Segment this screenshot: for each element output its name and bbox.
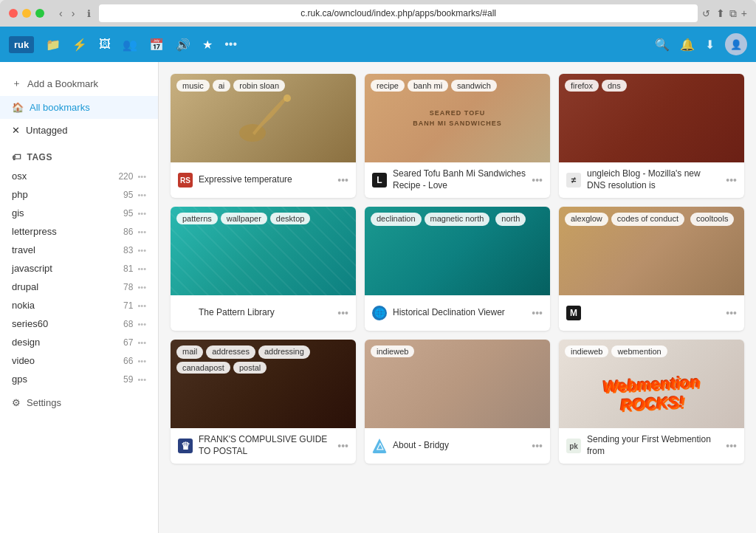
tag-patterns[interactable]: patterns: [176, 213, 218, 224]
tag-ai[interactable]: ai: [213, 80, 231, 92]
new-tab-button[interactable]: ⧉: [729, 7, 737, 20]
tag-music[interactable]: music: [176, 80, 210, 92]
tag-more-icon[interactable]: •••: [137, 320, 146, 329]
share-button[interactable]: ⬆: [716, 7, 725, 20]
tag-more-icon[interactable]: •••: [137, 209, 146, 218]
tag-mail[interactable]: mail: [176, 345, 203, 359]
maximize-button[interactable]: [35, 9, 44, 18]
tag-desktop[interactable]: desktop: [270, 213, 311, 224]
tag-indieweb-2[interactable]: indieweb: [565, 345, 608, 357]
tag-addressing[interactable]: addressing: [258, 345, 310, 359]
tag-addresses[interactable]: addresses: [206, 345, 255, 359]
tag-recipe[interactable]: recipe: [371, 80, 405, 92]
bookmark-card-9[interactable]: indieweb webmention WebmentionROCKS! pk …: [559, 340, 744, 464]
toolbar-audio-icon[interactable]: 🔊: [176, 38, 190, 52]
tag-more-icon[interactable]: •••: [137, 246, 146, 255]
toolbar-calendar-icon[interactable]: 📅: [149, 38, 164, 52]
tag-magnetic-north[interactable]: magnetic north: [425, 213, 490, 226]
tag-icon: 🏷: [12, 152, 21, 162]
back-button[interactable]: ‹: [56, 6, 66, 21]
bookmark-card-2[interactable]: recipe banh mi sandwich SEARED TOFU BANH…: [365, 74, 550, 198]
bookmark-card-3[interactable]: firefox dns ≠ ungleich Blog - Mozilla's …: [559, 74, 744, 198]
tag-firefox[interactable]: firefox: [565, 80, 599, 92]
add-bookmark-button[interactable]: ＋ Add a Bookmark: [0, 71, 158, 96]
card-more-2[interactable]: •••: [532, 174, 543, 186]
tag-row-javascript[interactable]: javascript 81 •••: [0, 259, 158, 278]
card-more-1[interactable]: •••: [337, 174, 348, 186]
sidebar-item-all-bookmarks[interactable]: 🏠 All bookmarks: [0, 96, 158, 119]
bookmark-card-1[interactable]: music ai robin sloan RS Expressive: [171, 74, 356, 198]
tag-more-icon[interactable]: •••: [137, 283, 146, 292]
tag-row-letterpress[interactable]: letterpress 86 •••: [0, 222, 158, 241]
bookmark-card-7[interactable]: mail addresses addressing canadapost pos…: [171, 340, 356, 464]
toolbar-bookmarks-icon[interactable]: ★: [202, 38, 213, 52]
tag-postal[interactable]: postal: [233, 362, 267, 374]
tag-more-icon[interactable]: •••: [137, 357, 146, 365]
tag-row-series60[interactable]: series60 68 •••: [0, 314, 158, 333]
card-more-9[interactable]: •••: [726, 440, 737, 452]
tag-webmention[interactable]: webmention: [611, 345, 667, 357]
tag-more-icon[interactable]: •••: [137, 301, 146, 310]
tag-north[interactable]: north: [495, 213, 526, 226]
bookmark-card-8[interactable]: indieweb △ About - Bridgy •••: [365, 340, 550, 464]
bookmark-card-4[interactable]: patterns wallpaper desktop The Pattern L…: [171, 207, 356, 331]
tag-cooltools[interactable]: cooltools: [690, 213, 734, 226]
tag-more-icon[interactable]: •••: [137, 264, 146, 273]
tag-row-video[interactable]: video 66 •••: [0, 351, 158, 370]
tag-more-icon[interactable]: •••: [137, 338, 146, 347]
minimize-button[interactable]: [22, 9, 31, 18]
tag-banh-mi[interactable]: banh mi: [408, 80, 448, 92]
tab-bar-area: ℹ ↺: [83, 4, 709, 22]
address-bar[interactable]: [99, 4, 697, 22]
notifications-icon[interactable]: 🔔: [680, 38, 695, 52]
bookmark-card-5[interactable]: declination magnetic north north 🌐 Histo…: [365, 207, 550, 331]
tag-more-icon[interactable]: •••: [137, 190, 146, 199]
bookmark-card-6[interactable]: alexglow codes of conduct cooltools M ••…: [559, 207, 744, 331]
tag-row-drupal[interactable]: drupal 78 •••: [0, 278, 158, 296]
tag-row-gis[interactable]: gis 95 •••: [0, 204, 158, 222]
card-more-4[interactable]: •••: [337, 307, 348, 319]
tag-sandwich[interactable]: sandwich: [451, 80, 497, 92]
tag-row-gps[interactable]: gps 59 •••: [0, 370, 158, 388]
tag-canadapost[interactable]: canadapost: [176, 362, 230, 374]
settings-item[interactable]: ⚙ Settings: [0, 391, 158, 414]
reload-button[interactable]: ↺: [702, 8, 710, 19]
card-more-7[interactable]: •••: [337, 440, 348, 452]
card-favicon-7: ♛: [178, 439, 193, 453]
tag-wallpaper[interactable]: wallpaper: [221, 213, 267, 224]
download-icon[interactable]: ⬇: [705, 38, 715, 52]
forward-button[interactable]: ›: [69, 6, 78, 21]
info-button[interactable]: ℹ: [83, 7, 94, 21]
card-more-8[interactable]: •••: [532, 440, 543, 452]
card-image-2: recipe banh mi sandwich SEARED TOFU BANH…: [365, 74, 550, 162]
tag-row-design[interactable]: design 67 •••: [0, 333, 158, 351]
tag-row-nokia[interactable]: nokia 71 •••: [0, 296, 158, 314]
tag-robin-sloan[interactable]: robin sloan: [233, 80, 285, 92]
toolbar-more-icon[interactable]: •••: [224, 38, 237, 51]
tag-indieweb[interactable]: indieweb: [371, 345, 414, 357]
tag-row-travel[interactable]: travel 83 •••: [0, 241, 158, 259]
search-icon[interactable]: 🔍: [655, 38, 670, 52]
user-avatar[interactable]: 👤: [725, 33, 747, 55]
tag-codes-of-conduct[interactable]: codes of conduct: [611, 213, 684, 226]
tag-row-osx[interactable]: osx 220 •••: [0, 167, 158, 185]
card-more-5[interactable]: •••: [532, 307, 543, 319]
content-area: music ai robin sloan RS Expressive: [159, 62, 756, 533]
toolbar-photos-icon[interactable]: 🖼: [99, 38, 111, 51]
tag-more-icon[interactable]: •••: [137, 375, 146, 384]
extensions-button[interactable]: +: [741, 7, 747, 20]
close-button[interactable]: [9, 9, 18, 18]
toolbar-contacts-icon[interactable]: 👥: [123, 38, 137, 52]
tag-more-icon[interactable]: •••: [137, 227, 146, 236]
card-more-3[interactable]: •••: [726, 174, 737, 186]
card-more-6[interactable]: •••: [726, 307, 737, 319]
tag-row-php[interactable]: php 95 •••: [0, 185, 158, 204]
tag-alexglow[interactable]: alexglow: [565, 213, 608, 226]
tag-more-icon[interactable]: •••: [137, 172, 146, 181]
tag-declination[interactable]: declination: [371, 213, 422, 226]
tag-dns[interactable]: dns: [602, 80, 627, 92]
toolbar-activity-icon[interactable]: ⚡: [72, 38, 87, 52]
toolbar-folder-icon[interactable]: 📁: [46, 38, 61, 52]
tag-name: gis: [12, 207, 123, 219]
sidebar-item-untagged[interactable]: ✕ Untagged: [0, 119, 158, 142]
